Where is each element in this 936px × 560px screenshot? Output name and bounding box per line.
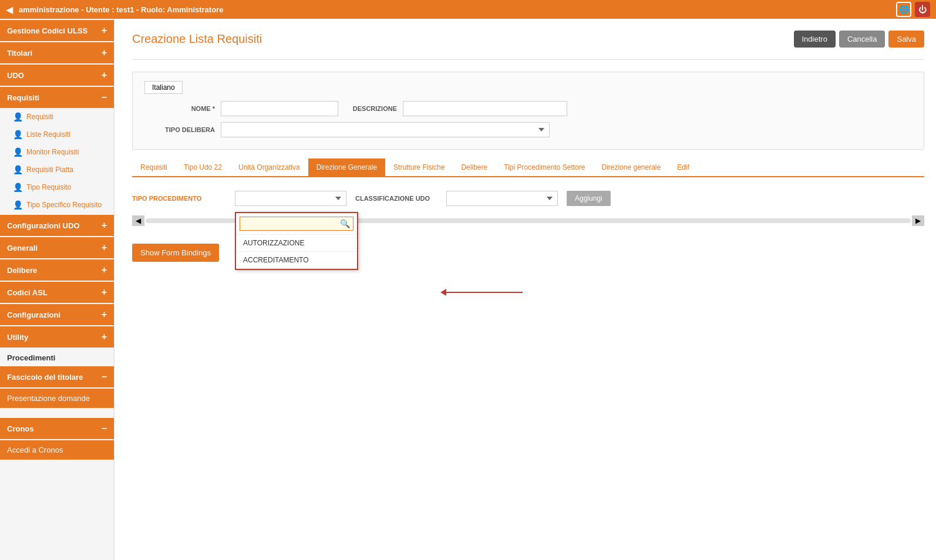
cronos-section[interactable]: Cronos− xyxy=(0,418,114,439)
tipo-procedimento-label: TIPO PROCEDIMENTO xyxy=(132,195,226,202)
sidebar-section-utility[interactable]: Utility+ xyxy=(0,326,114,348)
user-icon-requisiti-item: 👤 xyxy=(13,112,23,122)
sidebar-item-requisiti-piatta-item[interactable]: 👤Requisiti Piatta xyxy=(0,161,114,178)
sidebar-section-icon-generali: + xyxy=(102,242,107,253)
user-icon-tipo-requisito-item: 👤 xyxy=(13,183,23,192)
tab-tipo-udo-22-tab[interactable]: Tipo Udo 22 xyxy=(176,158,230,177)
descrizione-input[interactable] xyxy=(403,101,567,116)
tab-requisiti-tab[interactable]: Requisiti xyxy=(132,158,176,177)
nome-input[interactable] xyxy=(221,101,338,116)
arrow-line xyxy=(446,292,523,293)
tab-direzione-generale-2-tab[interactable]: Direzione generale xyxy=(593,158,669,177)
content-divider xyxy=(132,59,924,60)
tab-direzione-generale-tab[interactable]: Direzione Generale xyxy=(308,158,385,177)
globe-icon-button[interactable]: 🌐 xyxy=(896,2,911,17)
sidebar-section-titolari[interactable]: Titolari+ xyxy=(0,42,114,63)
sidebar-section-codici-asl[interactable]: Codici ASL+ xyxy=(0,282,114,303)
accedi-cronos-section[interactable]: Accedi a Cronos xyxy=(0,440,114,460)
power-icon-button[interactable]: ⏻ xyxy=(915,2,930,17)
sidebar-section-delibere[interactable]: Delibere+ xyxy=(0,259,114,281)
sidebar-section-gestione-codici-ulss[interactable]: Gestione Codici ULSS+ xyxy=(0,20,114,41)
sidebar-section-udo[interactable]: UDO+ xyxy=(0,65,114,86)
sidebar-item-liste-requisiti-item[interactable]: 👤Liste Requisiti xyxy=(0,126,114,143)
tipo-delibera-label: TIPO DELIBERA xyxy=(144,126,215,133)
presentazione-section[interactable]: Presentazione domande xyxy=(0,389,114,408)
main-layout: Gestione Codici ULSS+Titolari+UDO+Requis… xyxy=(0,19,936,560)
nome-label: NOME * xyxy=(144,105,215,112)
language-tab[interactable]: Italiano xyxy=(144,81,183,94)
tabs-row: RequisitiTipo Udo 22Unità OrganizzativaD… xyxy=(132,158,924,177)
sidebar-section-icon-titolari: + xyxy=(102,48,107,58)
sidebar-item-requisiti-item[interactable]: 👤Requisiti xyxy=(0,108,114,126)
tipo-procedimento-row: TIPO PROCEDIMENTO 🔍 AUTORIZZAZIONE ACCRE… xyxy=(132,186,924,211)
classificazione-udo-select[interactable] xyxy=(446,191,558,206)
sidebar-section-label-generali: Generali xyxy=(7,244,38,252)
tab-strutture-fisiche-tab[interactable]: Strutture Fisiche xyxy=(385,158,453,177)
salva-button[interactable]: Salva xyxy=(888,31,924,48)
arrow-head xyxy=(440,289,446,296)
tab-tipi-procedimento-settore-tab[interactable]: Tipi Procedimento Settore xyxy=(496,158,593,177)
cancella-button[interactable]: Cancella xyxy=(839,31,886,48)
sidebar-item-monitor-requisiti-item[interactable]: 👤Monitor Requisiti xyxy=(0,143,114,161)
tipo-procedimento-select[interactable] xyxy=(235,191,346,206)
sidebar-section-configurazioni-udo[interactable]: Configurazioni UDO+ xyxy=(0,215,114,236)
tab-unita-organizzativa-tab[interactable]: Unità Organizzativa xyxy=(230,158,308,177)
arrow-annotation xyxy=(440,289,523,296)
content-area: Creazione Lista Requisiti Indietro Cance… xyxy=(115,19,936,560)
tab-edif-tab[interactable]: Edif xyxy=(669,158,698,177)
dropdown-search-input[interactable] xyxy=(240,217,353,231)
content-header: Creazione Lista Requisiti Indietro Cance… xyxy=(132,31,924,48)
dropdown-search-wrapper: 🔍 xyxy=(236,213,357,235)
sidebar-section-label-configurazioni: Configurazioni xyxy=(7,311,60,319)
sidebar-item-tipo-specifico-requisito-item[interactable]: 👤Tipo Specifico Requisito xyxy=(0,196,114,214)
tipo-procedimento-dropdown: 🔍 AUTORIZZAZIONE ACCREDITAMENTO xyxy=(235,212,358,270)
top-bar-icons: 🌐 ⏻ xyxy=(896,2,930,17)
sidebar-section-icon-delibere: + xyxy=(102,265,107,275)
sidebar-section-icon-configurazioni-udo: + xyxy=(102,220,107,231)
dropdown-option-accreditamento[interactable]: ACCREDITAMENTO xyxy=(236,252,357,269)
sidebar-section-icon-configurazioni: + xyxy=(102,309,107,320)
scroll-right-arrow[interactable]: ▶ xyxy=(912,215,924,226)
sidebar-section-icon-utility: + xyxy=(102,332,107,342)
procedimenti-label: Procedimenti xyxy=(0,348,114,365)
sidebar-section-label-gestione-codici-ulss: Gestione Codici ULSS xyxy=(7,26,87,35)
sidebar-section-generali[interactable]: Generali+ xyxy=(0,237,114,258)
user-icon-requisiti-piatta-item: 👤 xyxy=(13,165,23,174)
tipo-delibera-row: TIPO DELIBERA Option1 Option2 xyxy=(144,122,912,137)
nome-row: NOME * DESCRIZIONE xyxy=(144,101,912,116)
sidebar-section-label-udo: UDO xyxy=(7,71,24,80)
aggiungi-button[interactable]: Aggiungi xyxy=(567,191,611,206)
sidebar-section-icon-codici-asl: + xyxy=(102,287,107,298)
top-bar: ◀ amministrazione - Utente : test1 - Ruo… xyxy=(0,0,936,19)
cronos-label xyxy=(0,408,114,417)
user-icon-tipo-specifico-requisito-item: 👤 xyxy=(13,200,23,210)
sidebar-section-label-codici-asl: Codici ASL xyxy=(7,288,48,297)
scroll-left-arrow[interactable]: ◀ xyxy=(132,215,144,226)
search-icon: 🔍 xyxy=(340,219,350,228)
sidebar-toggle-icon[interactable]: ◀ xyxy=(6,4,13,15)
show-form-bindings-button[interactable]: Show Form Bindings xyxy=(132,244,219,262)
sidebar-section-configurazioni[interactable]: Configurazioni+ xyxy=(0,304,114,325)
descrizione-label: DESCRIZIONE xyxy=(344,105,397,112)
sidebar-section-label-titolari: Titolari xyxy=(7,49,32,58)
sidebar-section-label-delibere: Delibere xyxy=(7,266,37,275)
user-icon-liste-requisiti-item: 👤 xyxy=(13,130,23,139)
dropdown-option-autorizzazione[interactable]: AUTORIZZAZIONE xyxy=(236,235,357,252)
indietro-button[interactable]: Indietro xyxy=(794,31,836,48)
tipo-delibera-select[interactable]: Option1 Option2 xyxy=(221,122,550,137)
sidebar-section-icon-gestione-codici-ulss: + xyxy=(102,25,107,36)
fascicolo-section[interactable]: Fascicolo del titolare− xyxy=(0,366,114,387)
header-buttons: Indietro Cancella Salva xyxy=(794,31,925,48)
page-title: Creazione Lista Requisiti xyxy=(132,32,262,46)
sidebar-section-icon-udo: + xyxy=(102,70,107,80)
sidebar: Gestione Codici ULSS+Titolari+UDO+Requis… xyxy=(0,19,115,560)
sidebar-section-requisiti[interactable]: Requisiti− xyxy=(0,87,114,108)
tab-delibere-tab[interactable]: Delibere xyxy=(453,158,496,177)
sidebar-section-label-utility: Utility xyxy=(7,333,28,342)
classificazione-udo-label: CLASSIFICAZIONE UDO xyxy=(355,195,437,202)
sidebar-item-tipo-requisito-item[interactable]: 👤Tipo Requisito xyxy=(0,178,114,196)
user-icon-monitor-requisiti-item: 👤 xyxy=(13,147,23,157)
top-bar-title: amministrazione - Utente : test1 - Ruolo… xyxy=(19,5,896,14)
sidebar-section-icon-requisiti: − xyxy=(102,92,107,103)
sidebar-section-label-configurazioni-udo: Configurazioni UDO xyxy=(7,221,80,230)
